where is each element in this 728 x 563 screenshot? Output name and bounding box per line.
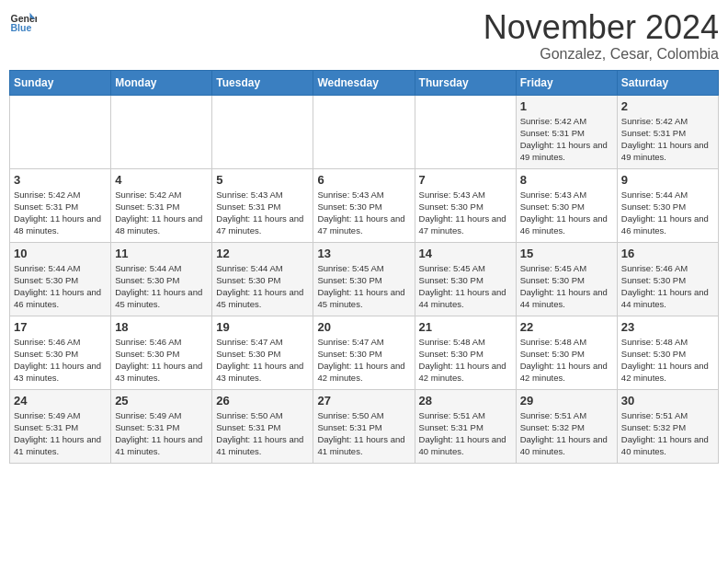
- calendar-cell: 1Sunrise: 5:42 AM Sunset: 5:31 PM Daylig…: [516, 95, 617, 168]
- calendar-cell: 7Sunrise: 5:43 AM Sunset: 5:30 PM Daylig…: [415, 168, 516, 242]
- page-header: General Blue November 2024 Gonzalez, Ces…: [9, 9, 719, 63]
- day-number: 21: [419, 320, 512, 334]
- calendar-cell: 22Sunrise: 5:48 AM Sunset: 5:30 PM Dayli…: [516, 316, 617, 389]
- day-info: Sunrise: 5:43 AM Sunset: 5:30 PM Dayligh…: [317, 189, 410, 237]
- day-number: 8: [520, 173, 613, 187]
- day-number: 14: [419, 247, 512, 260]
- calendar-cell: 30Sunrise: 5:51 AM Sunset: 5:32 PM Dayli…: [617, 389, 718, 463]
- calendar-cell: [313, 95, 415, 168]
- day-number: 25: [115, 394, 208, 408]
- calendar-cell: 9Sunrise: 5:44 AM Sunset: 5:30 PM Daylig…: [617, 168, 718, 242]
- logo: General Blue: [9, 9, 37, 37]
- day-info: Sunrise: 5:47 AM Sunset: 5:30 PM Dayligh…: [216, 336, 309, 385]
- day-number: 11: [115, 247, 208, 260]
- calendar-cell: 15Sunrise: 5:45 AM Sunset: 5:30 PM Dayli…: [516, 242, 617, 316]
- day-number: 20: [317, 320, 410, 334]
- svg-text:Blue: Blue: [11, 22, 32, 33]
- day-header-saturday: Saturday: [617, 70, 718, 95]
- day-info: Sunrise: 5:43 AM Sunset: 5:30 PM Dayligh…: [419, 189, 512, 237]
- day-number: 15: [520, 247, 613, 260]
- day-info: Sunrise: 5:45 AM Sunset: 5:30 PM Dayligh…: [317, 262, 410, 311]
- day-number: 18: [115, 320, 208, 334]
- calendar-cell: 11Sunrise: 5:44 AM Sunset: 5:30 PM Dayli…: [111, 242, 212, 316]
- calendar-cell: 26Sunrise: 5:50 AM Sunset: 5:31 PM Dayli…: [212, 389, 313, 463]
- day-number: 22: [520, 320, 613, 334]
- calendar-cell: 25Sunrise: 5:49 AM Sunset: 5:31 PM Dayli…: [111, 389, 212, 463]
- day-number: 6: [317, 173, 410, 187]
- calendar-week-3: 10Sunrise: 5:44 AM Sunset: 5:30 PM Dayli…: [10, 242, 719, 316]
- day-number: 1: [520, 99, 613, 113]
- day-info: Sunrise: 5:50 AM Sunset: 5:31 PM Dayligh…: [317, 409, 410, 458]
- day-info: Sunrise: 5:42 AM Sunset: 5:31 PM Dayligh…: [621, 115, 714, 164]
- day-info: Sunrise: 5:48 AM Sunset: 5:30 PM Dayligh…: [621, 336, 714, 385]
- calendar-cell: 20Sunrise: 5:47 AM Sunset: 5:30 PM Dayli…: [313, 316, 415, 389]
- location: Gonzalez, Cesar, Colombia: [483, 46, 719, 63]
- day-info: Sunrise: 5:48 AM Sunset: 5:30 PM Dayligh…: [419, 336, 512, 385]
- calendar-cell: 24Sunrise: 5:49 AM Sunset: 5:31 PM Dayli…: [10, 389, 111, 463]
- day-info: Sunrise: 5:49 AM Sunset: 5:31 PM Dayligh…: [115, 409, 208, 458]
- day-info: Sunrise: 5:48 AM Sunset: 5:30 PM Dayligh…: [520, 336, 613, 385]
- day-info: Sunrise: 5:46 AM Sunset: 5:30 PM Dayligh…: [115, 336, 208, 385]
- calendar-cell: 6Sunrise: 5:43 AM Sunset: 5:30 PM Daylig…: [313, 168, 415, 242]
- day-header-wednesday: Wednesday: [313, 70, 415, 95]
- calendar-cell: 2Sunrise: 5:42 AM Sunset: 5:31 PM Daylig…: [617, 95, 718, 168]
- day-header-friday: Friday: [516, 70, 617, 95]
- calendar-cell: 12Sunrise: 5:44 AM Sunset: 5:30 PM Dayli…: [212, 242, 313, 316]
- day-number: 3: [14, 173, 107, 187]
- calendar-cell: 21Sunrise: 5:48 AM Sunset: 5:30 PM Dayli…: [415, 316, 516, 389]
- calendar-cell: 29Sunrise: 5:51 AM Sunset: 5:32 PM Dayli…: [516, 389, 617, 463]
- calendar-cell: 27Sunrise: 5:50 AM Sunset: 5:31 PM Dayli…: [313, 389, 415, 463]
- day-info: Sunrise: 5:45 AM Sunset: 5:30 PM Dayligh…: [520, 262, 613, 311]
- day-number: 17: [14, 320, 107, 334]
- day-header-thursday: Thursday: [415, 70, 516, 95]
- calendar-table: SundayMondayTuesdayWednesdayThursdayFrid…: [9, 70, 719, 464]
- calendar-cell: 3Sunrise: 5:42 AM Sunset: 5:31 PM Daylig…: [10, 168, 111, 242]
- day-number: 7: [419, 173, 512, 187]
- day-number: 30: [621, 394, 714, 408]
- calendar-cell: 23Sunrise: 5:48 AM Sunset: 5:30 PM Dayli…: [617, 316, 718, 389]
- day-info: Sunrise: 5:44 AM Sunset: 5:30 PM Dayligh…: [621, 189, 714, 237]
- day-number: 9: [621, 173, 714, 187]
- day-info: Sunrise: 5:47 AM Sunset: 5:30 PM Dayligh…: [317, 336, 410, 385]
- day-info: Sunrise: 5:44 AM Sunset: 5:30 PM Dayligh…: [14, 262, 107, 311]
- day-info: Sunrise: 5:46 AM Sunset: 5:30 PM Dayligh…: [621, 262, 714, 311]
- day-number: 23: [621, 320, 714, 334]
- day-number: 13: [317, 247, 410, 260]
- day-info: Sunrise: 5:43 AM Sunset: 5:30 PM Dayligh…: [520, 189, 613, 237]
- title-block: November 2024 Gonzalez, Cesar, Colombia: [483, 9, 719, 63]
- day-info: Sunrise: 5:50 AM Sunset: 5:31 PM Dayligh…: [216, 409, 309, 458]
- logo-icon: General Blue: [9, 9, 37, 37]
- calendar-header-row: SundayMondayTuesdayWednesdayThursdayFrid…: [10, 70, 719, 95]
- calendar-body: 1Sunrise: 5:42 AM Sunset: 5:31 PM Daylig…: [10, 95, 719, 463]
- calendar-cell: [10, 95, 111, 168]
- day-number: 12: [216, 247, 309, 260]
- calendar-cell: 17Sunrise: 5:46 AM Sunset: 5:30 PM Dayli…: [10, 316, 111, 389]
- calendar-cell: 19Sunrise: 5:47 AM Sunset: 5:30 PM Dayli…: [212, 316, 313, 389]
- day-info: Sunrise: 5:45 AM Sunset: 5:30 PM Dayligh…: [419, 262, 512, 311]
- day-header-sunday: Sunday: [10, 70, 111, 95]
- day-info: Sunrise: 5:46 AM Sunset: 5:30 PM Dayligh…: [14, 336, 107, 385]
- day-number: 24: [14, 394, 107, 408]
- calendar-cell: 18Sunrise: 5:46 AM Sunset: 5:30 PM Dayli…: [111, 316, 212, 389]
- calendar-cell: [415, 95, 516, 168]
- day-number: 16: [621, 247, 714, 260]
- day-info: Sunrise: 5:43 AM Sunset: 5:31 PM Dayligh…: [216, 189, 309, 237]
- calendar-week-4: 17Sunrise: 5:46 AM Sunset: 5:30 PM Dayli…: [10, 316, 719, 389]
- day-info: Sunrise: 5:51 AM Sunset: 5:32 PM Dayligh…: [621, 409, 714, 458]
- day-header-tuesday: Tuesday: [212, 70, 313, 95]
- day-number: 28: [419, 394, 512, 408]
- calendar-cell: 16Sunrise: 5:46 AM Sunset: 5:30 PM Dayli…: [617, 242, 718, 316]
- day-info: Sunrise: 5:42 AM Sunset: 5:31 PM Dayligh…: [115, 189, 208, 237]
- day-info: Sunrise: 5:44 AM Sunset: 5:30 PM Dayligh…: [216, 262, 309, 311]
- day-info: Sunrise: 5:44 AM Sunset: 5:30 PM Dayligh…: [115, 262, 208, 311]
- calendar-cell: 13Sunrise: 5:45 AM Sunset: 5:30 PM Dayli…: [313, 242, 415, 316]
- day-number: 19: [216, 320, 309, 334]
- day-info: Sunrise: 5:51 AM Sunset: 5:32 PM Dayligh…: [520, 409, 613, 458]
- calendar-cell: 28Sunrise: 5:51 AM Sunset: 5:31 PM Dayli…: [415, 389, 516, 463]
- calendar-week-5: 24Sunrise: 5:49 AM Sunset: 5:31 PM Dayli…: [10, 389, 719, 463]
- day-header-monday: Monday: [111, 70, 212, 95]
- calendar-cell: 10Sunrise: 5:44 AM Sunset: 5:30 PM Dayli…: [10, 242, 111, 316]
- day-info: Sunrise: 5:42 AM Sunset: 5:31 PM Dayligh…: [14, 189, 107, 237]
- calendar-cell: 14Sunrise: 5:45 AM Sunset: 5:30 PM Dayli…: [415, 242, 516, 316]
- day-number: 26: [216, 394, 309, 408]
